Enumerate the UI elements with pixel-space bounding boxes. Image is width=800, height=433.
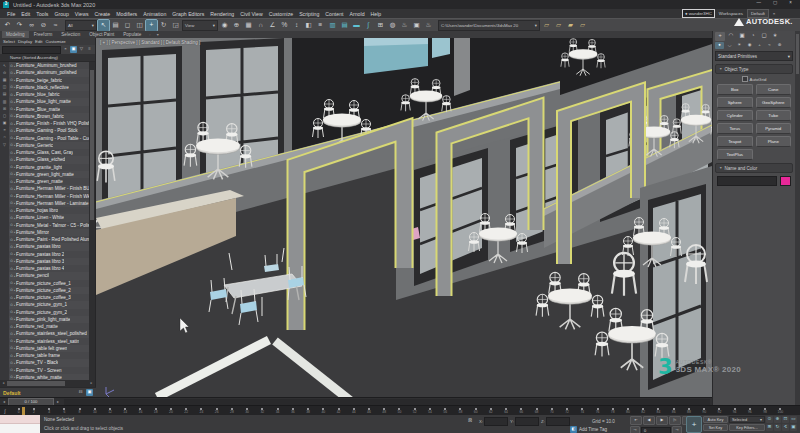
timeline-tick[interactable]: 90 <box>697 406 712 415</box>
object-name-field[interactable] <box>717 176 777 186</box>
explorer-row[interactable]: ⊙ ▪ Furniture_red_matte <box>9 323 89 330</box>
clear-search-icon[interactable]: × <box>62 46 69 53</box>
scrollbar-thumb[interactable] <box>90 70 94 220</box>
select-and-manipulate-icon[interactable]: ⊕ <box>231 20 242 31</box>
explorer-row[interactable]: ⊙ ▪ Furniture_blue_light_matte <box>9 98 89 105</box>
rendered-frame-window-icon[interactable]: ▣ <box>411 20 422 31</box>
object-type-rollout[interactable]: ▼ Object Type <box>715 64 793 74</box>
reference-coordinate-dropdown[interactable]: View▾ <box>182 20 218 31</box>
explorer-row[interactable]: ⊙ ▪ Furniture_Herman Miller - Laminate B… <box>9 200 89 207</box>
spinner-snap-icon[interactable]: ↕ <box>291 20 302 31</box>
timeline-tick[interactable]: 38 <box>300 406 315 415</box>
open-file-icon[interactable]: ▱ <box>541 20 552 31</box>
timeline-tick[interactable]: 4 <box>41 406 56 415</box>
selection-lock-icon[interactable]: ⊠ <box>468 417 472 423</box>
visibility-eye-icon[interactable]: ⊙ <box>10 288 13 292</box>
project-folder-icon[interactable]: ▱ <box>577 20 588 31</box>
set-key-button[interactable]: Set Key <box>703 424 728 431</box>
curve-editor-icon[interactable]: ∫ <box>363 20 374 31</box>
perspective-viewport[interactable]: [ + ] [ Perspective ] [ Standard ] [ Def… <box>96 38 712 405</box>
mirror-icon[interactable]: ◧ <box>303 20 314 31</box>
coordinate-field[interactable] <box>484 417 508 426</box>
workspaces-label[interactable]: Workspaces <box>719 11 743 16</box>
tab-motion[interactable]: ◔ <box>748 32 758 41</box>
visibility-eye-icon[interactable]: ⊙ <box>10 180 13 184</box>
use-pivot-point-center-icon[interactable]: ◉ <box>219 20 230 31</box>
explorer-row[interactable]: ⊙ ▪ Furniture_picture_coffee_2 <box>9 287 89 294</box>
key-mode-toggle[interactable]: ⊸ <box>630 426 640 433</box>
visibility-eye-icon[interactable]: ⊙ <box>10 209 13 213</box>
menu-item[interactable]: Edit <box>18 11 33 17</box>
go-to-start-button[interactable]: ⇤ <box>630 416 642 425</box>
workspace-close-icon[interactable]: × <box>773 11 776 16</box>
listener-macro-pane[interactable] <box>0 415 40 424</box>
select-and-move-icon[interactable]: + <box>146 20 157 31</box>
explorer-row[interactable]: ⊙ ▪ Furniture_pastas libro 4 <box>9 265 89 272</box>
explorer-display-containers-icon[interactable]: ≡ <box>2 129 8 134</box>
explorer-display-materials-icon[interactable]: ∩ <box>2 136 8 141</box>
visibility-eye-icon[interactable]: ⊙ <box>10 216 13 220</box>
track-bar[interactable]: ∫ 02468101214161820222426283032343638404… <box>0 405 800 415</box>
ribbon-tab-selection[interactable]: Selection <box>57 31 84 38</box>
explorer-row[interactable]: ⊙ ▪ Furniture_green_matte <box>9 178 89 185</box>
visibility-eye-icon[interactable]: ⊙ <box>10 187 13 191</box>
ribbon-pin-icon[interactable]: ◦ <box>146 31 153 38</box>
visibility-eye-icon[interactable]: ⊙ <box>10 303 13 307</box>
timeline-tick[interactable]: 10 <box>87 406 102 415</box>
explorer-row[interactable]: ⊙ ▪ Furniture_TV - Black <box>9 359 89 366</box>
timeline-tick[interactable]: 88 <box>681 406 696 415</box>
maximize-viewport-icon[interactable]: ▣ <box>790 424 797 431</box>
create-layer-icon[interactable]: ▣ <box>86 389 93 396</box>
explorer-row[interactable]: ⊙ ▪ Furniture_Gaming - Pool Stick <box>9 127 89 134</box>
timeline-tick[interactable]: 44 <box>346 406 361 415</box>
explorer-column-header[interactable]: Name (Sorted Ascending) <box>0 54 95 62</box>
visibility-eye-icon[interactable]: ⊙ <box>10 78 13 82</box>
user-account-badge[interactable]: ● wander3HC <box>682 9 715 18</box>
menu-item[interactable]: Help <box>368 11 385 17</box>
explorer-menu-item[interactable]: Select <box>3 39 15 44</box>
render-setup-icon[interactable]: ♨ <box>399 20 410 31</box>
timeline-tick[interactable]: 68 <box>529 406 544 415</box>
explorer-horizontal-scrollbar[interactable]: ◂ ▸ <box>0 380 95 387</box>
visibility-eye-icon[interactable]: ⊙ <box>10 165 13 169</box>
explorer-filter-icon[interactable]: ▽ <box>78 46 85 53</box>
timeline-tick[interactable]: 32 <box>255 406 270 415</box>
undo-icon[interactable]: ↶ <box>2 20 13 31</box>
timeline-tick[interactable]: 80 <box>620 406 635 415</box>
search-input[interactable] <box>2 46 61 54</box>
timeline-tick[interactable]: 48 <box>377 406 392 415</box>
explorer-row[interactable]: ⊙ ▪ Furniture_granite_light <box>9 164 89 171</box>
explorer-display-none-icon[interactable]: ⊙ <box>2 71 8 76</box>
explorer-sort-icon[interactable]: ▽ <box>2 143 8 148</box>
visibility-eye-icon[interactable]: ⊙ <box>10 136 13 140</box>
menu-item[interactable]: Content <box>322 11 346 17</box>
visibility-eye-icon[interactable]: ⊙ <box>10 143 13 147</box>
toggle-scene-explorer-icon[interactable]: ▥ <box>327 20 338 31</box>
keyboard-shortcut-override-icon[interactable]: ▦ <box>243 20 254 31</box>
bind-to-space-warp-icon[interactable]: ≈ <box>50 20 61 31</box>
category-geometry[interactable]: ● <box>715 42 724 49</box>
visibility-eye-icon[interactable]: ⊙ <box>10 310 13 314</box>
save-file-icon[interactable]: ▰ <box>565 20 576 31</box>
timeline-tick[interactable]: 14 <box>118 406 133 415</box>
time-slider-track[interactable] <box>64 399 710 405</box>
select-and-link-icon[interactable]: ∞ <box>26 20 37 31</box>
timeline-tick[interactable]: 12 <box>102 406 117 415</box>
visibility-eye-icon[interactable]: ⊙ <box>10 296 13 300</box>
menu-item[interactable]: Animation <box>140 11 169 17</box>
menu-item[interactable]: Scripting <box>296 11 322 17</box>
visibility-eye-icon[interactable]: ⊙ <box>10 245 13 249</box>
explorer-row[interactable]: ⊙ ▪ Furniture_Generic <box>9 142 89 149</box>
explorer-settings-icon[interactable]: ≡ <box>86 46 93 53</box>
pyramid-button[interactable]: Pyramid <box>756 123 792 134</box>
explorer-row[interactable]: ⊙ ▪ Furniture_black_reflective <box>9 84 89 91</box>
align-icon[interactable]: ≡ <box>315 20 326 31</box>
timeline-tick[interactable]: 78 <box>605 406 620 415</box>
timeline-tick[interactable]: 100 <box>773 406 788 415</box>
timeline-tick[interactable]: 54 <box>422 406 437 415</box>
explorer-display-mode-icon[interactable]: ▣ <box>70 46 77 53</box>
explorer-row[interactable]: ⊙ ▪ Furniture_Gaming - Pool Table - Cue … <box>9 135 89 142</box>
previous-frame-arrow[interactable]: ◂ <box>0 400 8 404</box>
add-time-tag[interactable]: ◧ Add Time Tag <box>570 426 607 433</box>
timeline-tick[interactable]: 56 <box>438 406 453 415</box>
